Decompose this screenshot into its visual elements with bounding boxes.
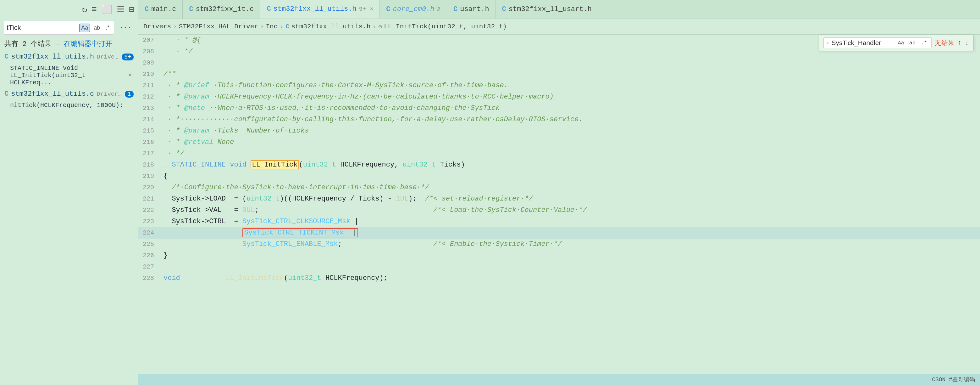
find-no-result: 无结果 (935, 38, 955, 47)
code-line-222: 222 SysTick->VAL = 0UL; /*< Load·the·Sys… (138, 204, 980, 216)
search-bar: Aa ab .* ··· (0, 19, 138, 37)
breadcrumb-file[interactable]: stm32f1xx_ll_utils.h (291, 23, 371, 30)
line-content-225: SysTick_CTRL_ENABLE_Msk; /*< Enable·the·… (160, 239, 980, 250)
line-content-221: SysTick->LOAD = (uint32_t)((HCLKFrequenc… (160, 193, 980, 204)
tab-label-main-c: main.c (151, 5, 176, 13)
search-input[interactable] (6, 24, 79, 32)
sidebar-match-1[interactable]: STATIC_INLINE void LL_InitTick(uint32_t … (0, 63, 138, 88)
tab-core-cm0-h[interactable]: C core_cm0.h 2 (380, 0, 447, 19)
file-path-1: Drivers\STM32F1xx_HAL_D... (97, 54, 119, 61)
tab-usart-h[interactable]: C usart.h (447, 0, 496, 19)
refresh-icon[interactable]: ↻ (82, 4, 87, 15)
line-content-222: SysTick->VAL = 0UL; /*< Load·the·SysTick… (160, 204, 980, 216)
breadcrumb-func[interactable]: LL_InitTick(uint32_t, uint32_t) (384, 23, 507, 30)
c-file-icon-2: C (5, 90, 8, 98)
breadcrumb-sep-2: › (260, 23, 264, 30)
search-more-btn[interactable]: ··· (117, 23, 134, 33)
code-line-227: 227 (138, 261, 980, 273)
breadcrumb-inc[interactable]: Inc (266, 23, 278, 30)
code-line-218: 218 __STATIC_INLINE void LL_InitTick(uin… (138, 159, 980, 171)
find-word-btn[interactable]: ab (908, 39, 917, 46)
find-input[interactable] (831, 39, 894, 46)
tab-utils-h[interactable]: C stm32f1xx_ll_utils.h 9+ × (260, 0, 380, 19)
sidebar-toolbar: ↻ ≡ ⬜ ☰ ⊟ (0, 0, 138, 19)
tab-label-usart: usart.h (460, 5, 489, 13)
clear-icon[interactable]: ⊟ (129, 4, 134, 15)
line-num-221: 221 (138, 193, 160, 204)
find-next-btn[interactable]: ↓ (965, 39, 969, 47)
code-line-219: 219 { (138, 171, 980, 182)
line-content-220: /*·Configure·the·SysTick·to·have·interru… (160, 182, 980, 193)
code-line-226: 226 } (138, 250, 980, 261)
tab-icon-core: C (386, 5, 390, 13)
code-line-209: 209 (138, 57, 980, 69)
line-num-227: 227 (138, 261, 160, 272)
tab-main-c[interactable]: C main.c (138, 0, 183, 19)
list-icon[interactable]: ≡ (91, 5, 97, 14)
code-line-217: 217 · */ (138, 148, 980, 159)
code-line-213: 213 · * @note ··When·a·RTOS·is·used,·it·… (138, 102, 980, 114)
match-close-1[interactable]: × (126, 71, 134, 80)
breadcrumb-hal[interactable]: STM32F1xx_HAL_Driver (179, 23, 258, 30)
line-content-226: } (160, 250, 980, 261)
breadcrumb-drivers[interactable]: Drivers (143, 23, 171, 30)
code-line-216: 216 · * @retval None (138, 137, 980, 148)
code-line-220: 220 /*·Configure·the·SysTick·to·have·int… (138, 182, 980, 193)
code-area[interactable]: 207 · * @{ 208 · */ 209 210 /** 211 (138, 35, 980, 374)
sidebar-file-item-2[interactable]: C stm32f1xx_ll_utils.c Drivers\STM32F1xx… (0, 88, 138, 100)
search-regex-btn[interactable]: .* (104, 24, 111, 32)
find-regex-btn[interactable]: .* (919, 39, 928, 46)
line-num-225: 225 (138, 239, 160, 249)
line-content-213: · * @note ··When·a·RTOS·is·used,·it·is·r… (160, 102, 980, 113)
line-num-207: 207 (138, 35, 160, 45)
breadcrumb-sep-3: › (280, 23, 283, 30)
line-content-217: · */ (160, 148, 980, 159)
line-num-209: 209 (138, 57, 160, 68)
line-num-217: 217 (138, 148, 160, 159)
tab-close-utils-h[interactable]: × (370, 6, 374, 12)
find-prev-btn[interactable]: ↑ (958, 39, 962, 47)
line-content-218: __STATIC_INLINE void LL_InitTick(uint32_… (160, 159, 980, 170)
tab-label-core: core_cm0.h (393, 5, 434, 13)
code-line-214: 214 · *·············configuration·by·cal… (138, 114, 980, 125)
tab-icon-usart: C (453, 5, 457, 13)
sidebar-match-2[interactable]: nitTick(HCLKFrequency, 1000U); (0, 100, 138, 111)
line-content-209 (160, 57, 980, 68)
find-case-btn[interactable]: Aa (896, 39, 905, 46)
code-line-224: 224 SysTick_CTRL_TICKINT_Msk | (138, 227, 980, 239)
search-case-sensitive-btn[interactable]: Aa (79, 24, 90, 32)
file-badge-2: 1 (125, 91, 134, 97)
sidebar-file-item-1[interactable]: C stm32f1xx_ll_utils.h Drivers\STM32F1xx… (0, 51, 138, 63)
tab-icon-utils-h: C (267, 5, 271, 13)
line-num-219: 219 (138, 171, 160, 181)
sidebar: ↻ ≡ ⬜ ☰ ⊟ Aa ab .* ··· 共有 2 个结果 - 在编辑器中打… (0, 0, 138, 385)
find-input-container[interactable]: › Aa ab .* (823, 37, 932, 48)
tab-label-ll-usart: stm32f1xx_ll_usart.h (509, 5, 592, 13)
new-file-icon[interactable]: ⬜ (101, 4, 112, 15)
line-num-208: 208 (138, 46, 160, 57)
line-num-223: 223 (138, 216, 160, 227)
collapse-icon[interactable]: ☰ (117, 4, 124, 15)
line-num-213: 213 (138, 102, 160, 113)
tab-stm32f1xx-it-c[interactable]: C stm32f1xx_it.c (183, 0, 260, 19)
line-num-224: 224 (138, 227, 160, 238)
tab-label-utils-h: stm32f1xx_ll_utils.h (274, 5, 356, 13)
line-num-215: 215 (138, 125, 160, 136)
breadcrumb: Drivers › STM32F1xx_HAL_Driver › Inc › C… (138, 19, 980, 35)
find-widget: › Aa ab .* 无结果 ↑ ↓ (819, 35, 974, 51)
tabs-bar: C main.c C stm32f1xx_it.c C stm32f1xx_ll… (138, 0, 980, 19)
tab-ll-usart-h[interactable]: C stm32f1xx_ll_usart.h (496, 0, 598, 19)
line-num-210: 210 (138, 69, 160, 79)
code-line-210: 210 /** (138, 69, 980, 80)
code-line-215: 215 · * @param ·Ticks Number·of·ticks (138, 125, 980, 137)
find-chevron-icon[interactable]: › (826, 40, 830, 46)
ll-inittick-highlight: LL_InitTick (251, 160, 299, 169)
search-input-container[interactable]: Aa ab .* (4, 21, 114, 35)
open-in-editor-link[interactable]: 在编辑器中打开 (64, 40, 112, 48)
line-num-214: 214 (138, 114, 160, 125)
code-line-228: 228 void LL_InitlmsTick(uint32_t HCLKFre… (138, 273, 980, 284)
line-num-211: 211 (138, 80, 160, 91)
code-line-211: 211 · * @brief ·This·function·configures… (138, 80, 980, 91)
search-whole-word-btn[interactable]: ab (92, 24, 102, 32)
match-name-1: STATIC_INLINE void LL_InitTick(uint32_t … (10, 64, 124, 86)
